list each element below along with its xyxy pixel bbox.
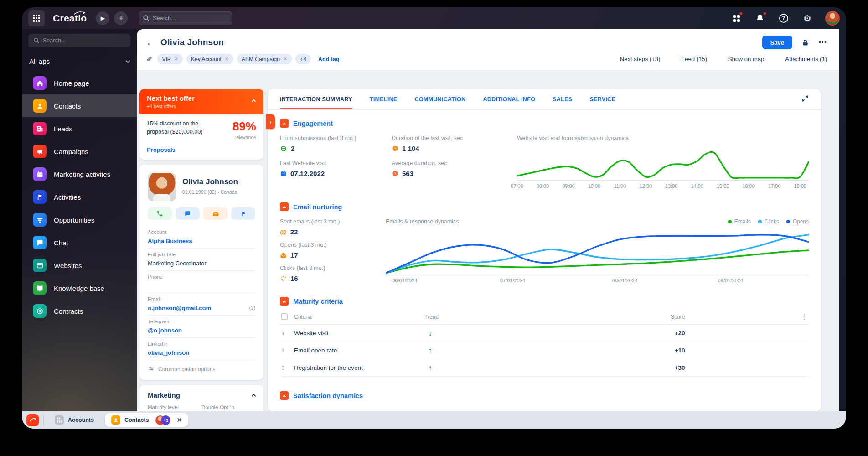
attachments-link[interactable]: Attachments (1) xyxy=(785,56,827,62)
table-row[interactable]: 3 Registration for the event ↑ +30 xyxy=(280,359,809,377)
metric-clicks: Clicks (last 3 mo.) 16 xyxy=(280,265,377,282)
tab-service[interactable]: SERVICE xyxy=(589,89,615,109)
show-on-map-link[interactable]: Show on map xyxy=(728,56,765,62)
table-menu-button[interactable]: ⋮ xyxy=(801,313,809,321)
tag-pill[interactable]: ABM Campaign✕ xyxy=(237,54,292,64)
creatio-dock-button[interactable] xyxy=(26,414,39,426)
metric-form-submissions: Form submissions (last 3 mo.) 2 xyxy=(280,135,392,152)
sidebar-item-opportunities[interactable]: Opportunities xyxy=(22,208,137,231)
tab-additional-info[interactable]: ADDITIONAL INFO xyxy=(483,89,535,109)
chat-button[interactable] xyxy=(176,207,200,220)
sidebar-item-knowledge-base[interactable]: Knowledge base xyxy=(22,277,137,300)
remove-tag-icon[interactable]: ✕ xyxy=(283,56,287,62)
table-row[interactable]: 1 Website visit ↓ +20 xyxy=(280,325,809,342)
marketing-card: Marketing Maturity level 89% Double-Opt-… xyxy=(140,385,264,411)
tag-pill[interactable]: Key Account✕ xyxy=(186,54,233,64)
sidebar-search-input[interactable] xyxy=(28,34,130,47)
more-tags-pill[interactable]: +4 xyxy=(295,54,311,64)
sidebar-item-activities[interactable]: Activities xyxy=(22,186,137,208)
envelope-icon xyxy=(212,210,219,218)
user-avatar[interactable] xyxy=(825,11,840,26)
save-button[interactable]: Save xyxy=(762,36,792,49)
remove-tag-icon[interactable]: ✕ xyxy=(174,56,178,62)
x-axis-labels: 06/01/202407/01/202408/01/202409/01/2024 xyxy=(386,278,809,285)
sidebar-item-marketing-activities[interactable]: Marketing activites xyxy=(22,163,137,186)
feed-link[interactable]: Feed (15) xyxy=(681,56,707,62)
sidebar-search xyxy=(28,34,130,47)
collapse-section-button[interactable] xyxy=(280,297,289,306)
collapse-icon[interactable] xyxy=(252,394,256,399)
contract-icon: $ xyxy=(33,304,46,318)
panel-side-tab[interactable]: › xyxy=(266,114,275,129)
sidebar-item-home[interactable]: Home page xyxy=(22,72,137,94)
sidebar-item-chat[interactable]: Chat xyxy=(22,231,137,254)
close-tab-icon[interactable]: ✕ xyxy=(176,416,182,424)
sidebar-item-contracts[interactable]: $ Contracts xyxy=(22,300,137,322)
apps-filter-dropdown[interactable]: All aps xyxy=(28,56,130,72)
remove-tag-icon[interactable]: ✕ xyxy=(225,56,229,62)
creatio-swoosh-icon xyxy=(29,417,36,423)
satisfaction-section: Satisfaction dynamics xyxy=(268,379,821,410)
flag-icon xyxy=(240,211,247,217)
telegram-link[interactable]: @o.johnson xyxy=(148,327,182,334)
flag-button[interactable] xyxy=(231,207,255,220)
browser-icon xyxy=(33,259,46,272)
metric-opens: Opens (last 3 mo.) 17 xyxy=(280,242,377,259)
help-button[interactable]: ? xyxy=(778,12,790,24)
collapse-section-button[interactable] xyxy=(280,119,289,128)
offer-card-header[interactable]: Next best offer +4 best offers xyxy=(140,89,264,114)
global-search-input[interactable] xyxy=(139,11,232,25)
notifications-button[interactable] xyxy=(754,12,766,24)
call-button[interactable] xyxy=(148,207,172,220)
table-header: Criteria Trend Score ⋮ xyxy=(280,309,809,325)
chart-title: Website visit and form submission dynami… xyxy=(517,135,809,141)
select-all-checkbox[interactable] xyxy=(281,313,288,320)
collapse-section-button[interactable] xyxy=(280,391,289,400)
linkedin-link[interactable]: olivia_johnson xyxy=(148,349,189,356)
tab-timeline[interactable]: TIMELINE xyxy=(370,89,398,109)
lock-icon[interactable] xyxy=(801,39,809,47)
next-steps-link[interactable]: Next steps (+3) xyxy=(620,56,661,62)
collapse-section-button[interactable] xyxy=(280,202,289,211)
chat-bubble-icon xyxy=(33,236,46,249)
sidebar-item-contacts[interactable]: Contacts xyxy=(22,94,137,117)
email-nurturing-title: Email nurturing xyxy=(293,203,342,211)
sidebar-item-websites[interactable]: Websites xyxy=(22,254,137,277)
tag-pill[interactable]: VIP✕ xyxy=(157,54,183,64)
clock-icon xyxy=(392,170,398,177)
edit-tags-icon[interactable]: ✎ xyxy=(145,56,153,62)
dock-tab-accounts[interactable]: Accounts xyxy=(48,413,100,427)
back-button[interactable]: ← xyxy=(146,37,155,48)
more-actions-button[interactable]: ⋯ xyxy=(818,37,827,47)
trend-up-icon: ↑ xyxy=(429,364,675,372)
apps-button[interactable] xyxy=(730,12,742,24)
play-button[interactable]: ▶ xyxy=(96,11,109,25)
proposals-link[interactable]: Proposals xyxy=(140,146,264,160)
sidebar-item-leads[interactable]: Leads xyxy=(22,117,137,140)
tab-communication[interactable]: COMMUNICATION xyxy=(414,89,465,109)
calendar-icon xyxy=(280,170,287,177)
expand-icon[interactable] xyxy=(801,95,809,104)
offer-title: Next best offer xyxy=(147,94,256,102)
trend-up-icon: ↑ xyxy=(429,347,675,355)
tab-sales[interactable]: SALES xyxy=(553,89,572,109)
add-new-button[interactable]: + xyxy=(114,11,128,25)
offer-text: 15% discount on the proposal ($20,000.00… xyxy=(147,119,219,140)
bottom-taskbar: Accounts Contacts +3 ✕ xyxy=(22,411,846,429)
legend-clicks: Clicks xyxy=(758,218,779,225)
legend-opens: Opens xyxy=(786,218,809,225)
tab-interaction-summary[interactable]: INTERACTION SUMMARY xyxy=(280,89,352,109)
communication-options-button[interactable]: Communication options xyxy=(148,360,255,374)
x-axis-labels: 07:0008:0009:0010:0011:0012:0013:0014:00… xyxy=(517,183,809,191)
sidebar-item-campaigns[interactable]: Campaigns xyxy=(22,140,137,163)
engagement-title: Engagement xyxy=(293,120,333,127)
email-link[interactable]: o.johnson@gmail.com xyxy=(148,305,211,311)
table-row[interactable]: 2 Email open rate ↑ +10 xyxy=(280,342,809,359)
open-mail-icon xyxy=(280,252,287,258)
add-tag-button[interactable]: Add tag xyxy=(318,56,340,62)
account-link[interactable]: Alpha Business xyxy=(148,238,192,244)
dock-tab-contacts[interactable]: Contacts +3 ✕ xyxy=(105,413,188,427)
app-launcher-button[interactable] xyxy=(28,10,45,26)
settings-button[interactable]: ⚙ xyxy=(801,12,813,24)
email-button[interactable] xyxy=(203,207,227,220)
